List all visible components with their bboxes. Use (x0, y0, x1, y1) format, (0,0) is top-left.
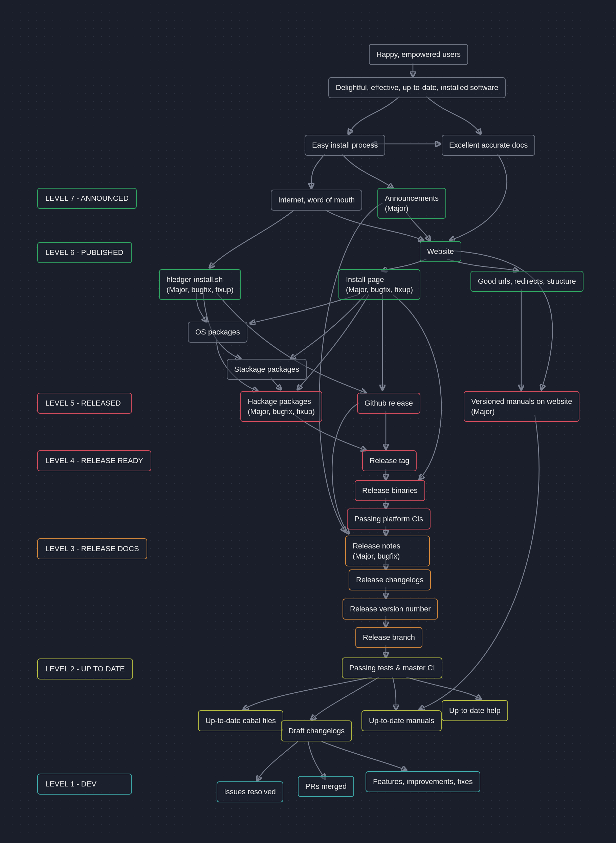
node-internet-word-of-mouth: Internet, word of mouth (271, 189, 362, 211)
node-github-release: Github release (357, 393, 420, 414)
node-up-to-date-cabal-files: Up-to-date cabal files (198, 710, 283, 731)
node-up-to-date-manuals: Up-to-date manuals (361, 710, 442, 731)
node-excellent-docs: Excellent accurate docs (442, 135, 535, 156)
level-3-label: LEVEL 3 - RELEASE DOCS (37, 538, 147, 559)
node-draft-changelogs: Draft changelogs (281, 720, 352, 742)
node-os-packages: OS packages (188, 322, 248, 343)
node-easy-install: Easy install process (305, 135, 385, 156)
level-7-label: LEVEL 7 - ANNOUNCED (37, 188, 137, 209)
node-install-page: Install page (Major, bugfix, fixup) (339, 269, 420, 300)
node-passing-tests-master-ci: Passing tests & master CI (342, 658, 442, 679)
node-good-urls: Good urls, redirects, structure (471, 271, 584, 292)
level-4-label: LEVEL 4 - RELEASE READY (37, 450, 151, 471)
node-up-to-date-help: Up-to-date help (442, 700, 508, 721)
node-passing-platform-cis: Passing platform CIs (347, 508, 431, 530)
node-prs-merged: PRs merged (298, 776, 354, 797)
node-delightful-software: Delightful, effective, up-to-date, insta… (328, 77, 506, 98)
level-2-label: LEVEL 2 - UP TO DATE (37, 658, 133, 680)
node-release-tag: Release tag (362, 450, 417, 471)
node-release-binaries: Release binaries (355, 480, 425, 501)
node-announcements: Announcements (Major) (377, 188, 446, 219)
node-release-version-number: Release version number (343, 599, 438, 620)
node-happy-users: Happy, empowered users (369, 44, 468, 65)
node-hledger-install-sh: hledger-install.sh (Major, bugfix, fixup… (159, 269, 241, 300)
level-6-label: LEVEL 6 - PUBLISHED (37, 242, 132, 263)
node-versioned-manuals: Versioned manuals on website (Major) (464, 391, 579, 422)
node-hackage-packages: Hackage packages (Major, bugfix, fixup) (240, 391, 322, 422)
node-website: Website (420, 241, 461, 262)
node-features-improvements-fixes: Features, improvements, fixes (365, 771, 480, 792)
level-5-label: LEVEL 5 - RELEASED (37, 393, 132, 414)
level-1-label: LEVEL 1 - DEV (37, 774, 132, 795)
node-release-changelogs: Release changelogs (349, 570, 431, 590)
node-release-notes: Release notes (Major, bugfix) (345, 536, 430, 566)
node-stackage-packages: Stackage packages (227, 359, 307, 380)
node-release-branch: Release branch (355, 627, 422, 648)
node-issues-resolved: Issues resolved (217, 781, 283, 802)
